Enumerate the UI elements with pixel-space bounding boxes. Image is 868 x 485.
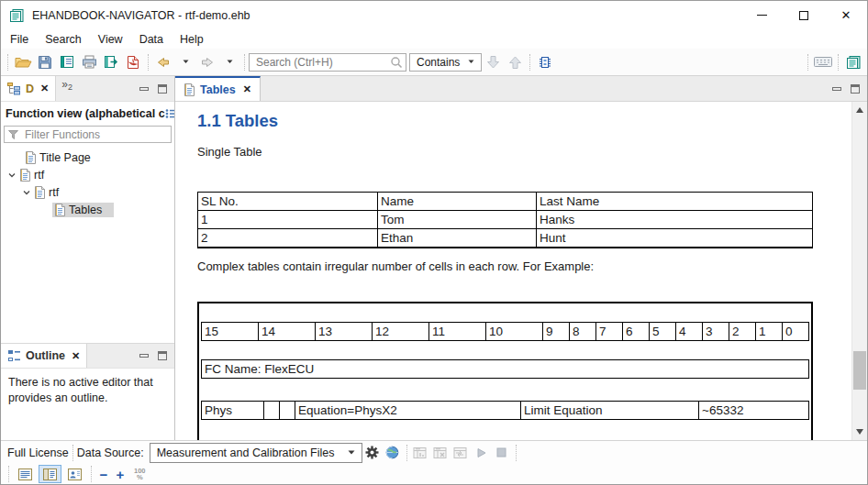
menu-search[interactable]: Search	[37, 29, 90, 49]
print-button[interactable]	[78, 51, 100, 73]
document-icon	[25, 151, 36, 164]
export-pdf-button[interactable]	[122, 51, 144, 73]
fc-name-cell: FC Name: FlexECU	[202, 359, 809, 378]
bit-cell: 7	[596, 322, 623, 340]
statusbar: Full License Data Source: Measurement an…	[1, 440, 867, 484]
minimize-button[interactable]	[740, 1, 783, 29]
close-tab-icon[interactable]: ✕	[40, 83, 49, 94]
close-tab-icon[interactable]: ✕	[243, 83, 251, 95]
stop-icon	[496, 447, 506, 457]
bit-cell: 4	[676, 322, 703, 340]
settings-button[interactable]	[362, 443, 383, 463]
minimize-pane-icon[interactable]	[139, 87, 149, 91]
menu-file[interactable]: File	[2, 29, 37, 49]
outline-tabbar: Outline ✕	[1, 343, 174, 369]
layout-single-button[interactable]	[14, 465, 37, 483]
left-panel: D ✕ »2 Function view (alphabetical c	[1, 76, 175, 440]
fc-name-table: FC Name: FlexECU	[201, 359, 809, 379]
main-area: D ✕ »2 Function view (alphabetical c	[1, 76, 867, 440]
tab-label: Outline	[26, 349, 65, 362]
function-navigator-button[interactable]	[534, 51, 556, 73]
folder-open-icon	[15, 56, 32, 69]
menu-data[interactable]: Data	[131, 29, 172, 49]
scroll-up-icon[interactable]	[856, 107, 863, 113]
single-table: SL No. Name Last Name 1 Tom Hanks 2 Etha…	[197, 192, 813, 248]
match-mode-value: Contains	[417, 56, 460, 69]
vertical-scrollbar[interactable]	[851, 102, 867, 440]
calibration-window-button[interactable]	[431, 443, 451, 463]
zoom-level-indicator[interactable]: 100 %	[134, 468, 146, 480]
menu-help[interactable]: Help	[172, 29, 212, 49]
back-button[interactable]	[152, 51, 174, 73]
bit-cell: 12	[373, 322, 429, 340]
filter-functions-input[interactable]	[23, 127, 167, 142]
search-match-mode-dropdown[interactable]: Contains	[409, 53, 482, 72]
search-previous-button[interactable]	[504, 51, 526, 73]
open-button[interactable]	[12, 51, 34, 73]
toolbar: Contains	[1, 49, 867, 76]
forward-history-dropdown[interactable]	[218, 51, 240, 73]
measurement-window-button[interactable]	[411, 443, 431, 463]
phys-row: Phys Equation=PhysX2 Limit Equation ~653…	[202, 401, 809, 419]
chevron-down-icon[interactable]	[5, 170, 19, 181]
layout-split-icon	[43, 468, 57, 480]
save-button[interactable]	[34, 51, 56, 73]
close-button[interactable]: ✕	[825, 1, 867, 29]
search-input[interactable]	[254, 55, 390, 70]
layout-split-button[interactable]	[39, 465, 61, 483]
tree-item-tables[interactable]: Tables	[1, 201, 174, 218]
menu-view[interactable]: View	[90, 29, 131, 49]
zoom-in-button[interactable]: +	[112, 465, 128, 483]
tab-document-view[interactable]: D ✕	[1, 76, 56, 101]
data-source-dropdown[interactable]: Measurement and Calibration Files	[150, 443, 362, 463]
gear-icon	[365, 446, 379, 459]
keyboard-shortcuts-button[interactable]	[812, 51, 834, 73]
view-menu-icon[interactable]	[165, 108, 174, 119]
export-button[interactable]	[100, 51, 122, 73]
maximize-pane-icon[interactable]	[851, 84, 860, 94]
selected-tree-item: Tables	[52, 203, 114, 217]
stop-button[interactable]	[492, 443, 512, 463]
table-row: 2 Ethan Hunt	[198, 229, 813, 248]
maximize-button[interactable]	[783, 1, 825, 29]
tree-item-rtf-child[interactable]: rtf	[1, 183, 174, 201]
forward-button[interactable]	[196, 51, 218, 73]
bit-cell: 14	[259, 322, 316, 340]
bit-cell: 1	[756, 322, 783, 340]
bit-cell: 11	[429, 322, 486, 340]
maximize-pane-icon[interactable]	[158, 84, 167, 94]
minimize-pane-icon[interactable]	[832, 87, 841, 91]
editor-tabbar: Tables ✕	[175, 76, 867, 102]
header-cell: SL No.	[198, 193, 378, 211]
tree-item-rtf[interactable]: rtf	[1, 166, 174, 183]
table-cell: 1	[198, 211, 378, 229]
data-source-globe-button[interactable]	[383, 443, 403, 463]
maximize-pane-icon[interactable]	[158, 351, 167, 360]
search-next-button[interactable]	[482, 51, 504, 73]
hidden-tabs-count: 2	[68, 83, 72, 92]
data-source-label: Data Source:	[77, 446, 144, 459]
more-tabs-button[interactable]: »2	[56, 76, 78, 101]
layout-detail-button[interactable]	[63, 465, 86, 483]
start-button[interactable]	[472, 443, 492, 463]
document-icon	[19, 169, 30, 182]
bit-cell: 6	[623, 322, 650, 340]
tab-tables[interactable]: Tables ✕	[175, 76, 261, 101]
document-icon	[184, 83, 195, 96]
back-history-dropdown[interactable]	[174, 51, 196, 73]
tree-item-title-page[interactable]: Title Page	[1, 149, 174, 166]
filter-box	[4, 126, 172, 143]
table-header-row: SL No. Name Last Name	[198, 193, 813, 211]
function-tree: Title Page rtf rtf Tables	[1, 146, 174, 343]
scrollbar-thumb[interactable]	[853, 351, 866, 390]
tab-outline[interactable]: Outline ✕	[1, 344, 87, 368]
scroll-down-icon[interactable]	[856, 429, 863, 435]
zoom-out-button[interactable]: −	[95, 465, 112, 483]
close-tab-icon[interactable]: ✕	[72, 350, 80, 362]
open-handbook-button[interactable]	[56, 51, 78, 73]
experiment-window-button[interactable]	[451, 443, 472, 463]
chevron-down-icon[interactable]	[19, 187, 34, 198]
ehandbook-button[interactable]	[842, 51, 864, 73]
bit-cell: 2	[729, 322, 756, 340]
minimize-pane-icon[interactable]	[139, 354, 149, 358]
